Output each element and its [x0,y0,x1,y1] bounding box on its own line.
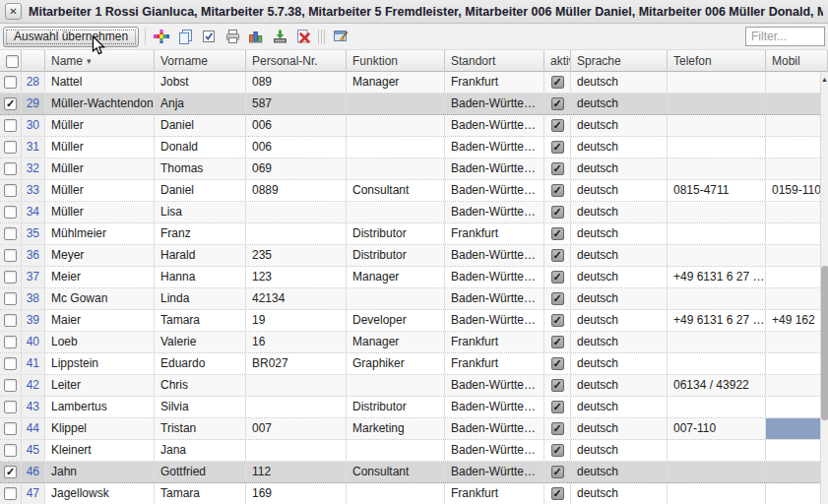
row-checkbox[interactable] [4,162,17,175]
aktiv-checkbox[interactable]: ✓ [551,97,564,110]
personalnr-cell[interactable] [246,375,347,396]
aktiv-cell[interactable]: ✓ [544,245,571,266]
mobil-cell[interactable] [766,202,828,222]
column-header-funktion[interactable]: Funktion [347,50,445,72]
mobil-cell[interactable] [766,267,828,287]
sprache-cell[interactable]: deutsch [571,94,668,114]
aktiv-checkbox[interactable]: ✓ [551,422,564,435]
telefon-cell[interactable] [668,72,766,93]
mobil-cell[interactable] [766,245,828,266]
table-row[interactable]: 45KleinertJanaBaden-Württe…✓deutsch [0,440,828,462]
telefon-cell[interactable] [668,353,766,374]
vorname-cell[interactable]: Gottfried [155,462,246,482]
table-row[interactable]: 47JagellowskTamara169Frankfurt✓deutsch [0,483,828,504]
sprache-cell[interactable]: deutsch [571,72,668,93]
vorname-cell[interactable]: Daniel [155,180,246,201]
name-cell[interactable]: Lambertus [45,397,155,417]
funktion-cell[interactable]: Consultant [347,180,445,201]
sprache-cell[interactable]: deutsch [571,158,668,179]
aktiv-cell[interactable]: ✓ [544,158,571,179]
telefon-cell[interactable] [668,397,766,417]
row-cell[interactable]: 32 [22,158,45,179]
telefon-cell[interactable] [668,158,766,179]
telefon-cell[interactable] [668,202,766,222]
aktiv-cell[interactable]: ✓ [544,418,571,439]
row-checkbox[interactable] [4,444,17,457]
table-row[interactable]: 37MeierHanna123ManagerBaden-Württe…✓deut… [0,267,828,288]
vorname-cell[interactable]: Franz [155,223,246,244]
standort-cell[interactable]: Baden-Württe… [445,115,544,136]
standort-cell[interactable]: Frankfurt [445,353,544,374]
funktion-cell[interactable] [347,94,445,114]
aktiv-checkbox[interactable]: ✓ [551,119,564,132]
aktiv-checkbox[interactable]: ✓ [551,314,564,327]
aktiv-cell[interactable]: ✓ [544,72,571,93]
personalnr-cell[interactable]: 42134 [246,288,347,309]
standort-cell[interactable]: Frankfurt [445,223,544,244]
funktion-cell[interactable] [347,440,445,461]
aktiv-checkbox[interactable]: ✓ [551,76,564,89]
aktiv-cell[interactable]: ✓ [544,115,571,136]
column-header-row[interactable] [22,50,45,72]
telefon-cell[interactable] [668,440,766,461]
vorname-cell[interactable]: Eduardo [155,353,246,374]
select-cell[interactable] [0,180,22,201]
standort-cell[interactable]: Frankfurt [445,332,544,352]
personalnr-cell[interactable]: 006 [246,115,347,136]
personalnr-cell[interactable]: 112 [246,462,347,482]
table-row[interactable]: 43LambertusSilviaDistributorBaden-Württe… [0,397,828,418]
aktiv-cell[interactable]: ✓ [544,202,571,222]
name-cell[interactable]: Müller [45,202,155,222]
funktion-cell[interactable]: Marketing [347,418,445,439]
telefon-cell[interactable]: 0815-4711 [668,180,766,201]
sprache-cell[interactable]: deutsch [571,310,668,331]
column-header-standort[interactable]: Standort [445,50,544,72]
aktiv-checkbox[interactable]: ✓ [551,206,564,219]
personalnr-cell[interactable]: 123 [246,267,347,287]
vorname-cell[interactable]: Silvia [155,397,246,417]
funktion-cell[interactable]: Manager [347,72,445,93]
standort-cell[interactable]: Frankfurt [445,72,544,93]
vorname-cell[interactable]: Harald [155,245,246,266]
row-checkbox[interactable] [4,249,17,262]
row-cell[interactable]: 42 [22,375,45,396]
sprache-cell[interactable]: deutsch [571,353,668,374]
select-cell[interactable] [0,440,22,461]
standort-cell[interactable]: Baden-Württe… [445,245,544,266]
funktion-cell[interactable]: Developer [347,310,445,331]
funktion-cell[interactable] [347,137,445,158]
row-cell[interactable]: 44 [22,418,45,439]
name-cell[interactable]: Müller-Wachtendonk [45,94,155,114]
select-cell[interactable] [0,137,22,158]
select-cell[interactable] [0,483,22,504]
mobil-cell[interactable] [766,137,828,158]
aktiv-checkbox[interactable]: ✓ [551,162,564,175]
sprache-cell[interactable]: deutsch [571,223,668,244]
name-cell[interactable]: Meyer [45,245,155,266]
column-header-telefon[interactable]: Telefon [668,50,766,72]
name-cell[interactable]: Loeb [45,332,155,352]
table-row[interactable]: 44KlippelTristan007MarketingBaden-Württe… [0,418,828,440]
sprache-cell[interactable]: deutsch [571,180,668,201]
select-cell[interactable] [0,332,22,352]
telefon-cell[interactable] [668,462,766,482]
personalnr-cell[interactable]: 089 [246,72,347,93]
aktiv-cell[interactable]: ✓ [544,462,571,482]
select-cell[interactable] [0,353,22,374]
name-cell[interactable]: Jagellowsk [45,483,155,504]
personalnr-cell[interactable] [246,397,347,417]
personalnr-cell[interactable] [246,223,347,244]
standort-cell[interactable]: Baden-Württe… [445,375,544,396]
row-cell[interactable]: 46 [22,462,45,482]
select-cell[interactable]: ✓ [0,462,22,482]
standort-cell[interactable]: Baden-Württe… [445,137,544,158]
personalnr-cell[interactable] [246,202,347,222]
mobil-cell[interactable] [766,223,828,244]
table-row[interactable]: 35MühlmeierFranzDistributorFrankfurt✓deu… [0,223,828,245]
aktiv-cell[interactable]: ✓ [544,288,571,309]
column-header-mobil[interactable]: Mobil [766,50,828,72]
name-cell[interactable]: Nattel [45,72,155,93]
row-cell[interactable]: 29 [22,94,45,114]
funktion-cell[interactable] [347,483,445,504]
telefon-cell[interactable] [668,223,766,244]
